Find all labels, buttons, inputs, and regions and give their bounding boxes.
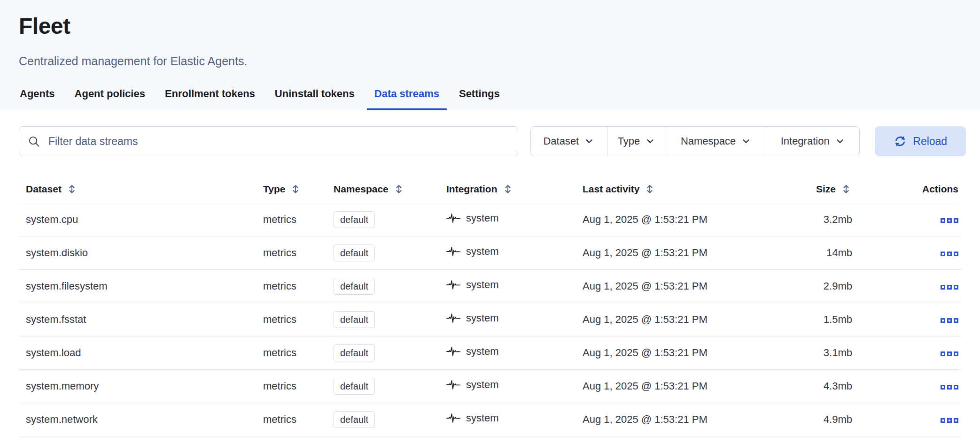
dataset-cell: system.diskio bbox=[19, 236, 256, 269]
sort-icon bbox=[66, 183, 78, 195]
type-cell: metrics bbox=[256, 403, 327, 436]
row-actions-button[interactable] bbox=[941, 316, 958, 325]
last-activity-cell: Aug 1, 2025 @ 1:53:21 PM bbox=[576, 269, 766, 303]
chevron-down-icon bbox=[741, 136, 751, 146]
table-row: system.fsstat metrics default system Aug… bbox=[19, 303, 961, 336]
dataset-cell: system.filesystem bbox=[19, 269, 256, 303]
chevron-down-icon bbox=[584, 136, 594, 146]
refresh-icon bbox=[894, 135, 907, 148]
system-integration-icon bbox=[446, 211, 460, 225]
integration-cell: system bbox=[446, 211, 499, 225]
table-row: system.load metrics default system Aug 1… bbox=[19, 336, 961, 369]
last-activity-cell: Aug 1, 2025 @ 1:53:21 PM bbox=[576, 303, 766, 336]
column-header-integration[interactable]: Integration bbox=[446, 183, 514, 195]
dataset-cell: system.load bbox=[19, 336, 256, 369]
tab-agent-policies[interactable]: Agent policies bbox=[67, 87, 153, 110]
column-header-actions: Actions bbox=[922, 183, 958, 194]
search-input[interactable] bbox=[19, 126, 518, 156]
last-activity-cell: Aug 1, 2025 @ 1:53:21 PM bbox=[576, 403, 766, 436]
type-cell: metrics bbox=[256, 236, 327, 269]
integration-name: system bbox=[466, 212, 499, 224]
integration-name: system bbox=[466, 312, 499, 324]
system-integration-icon bbox=[446, 244, 460, 259]
last-activity-cell: Aug 1, 2025 @ 1:53:21 PM bbox=[576, 336, 766, 369]
column-header-dataset[interactable]: Dataset bbox=[26, 183, 78, 195]
namespace-badge: default bbox=[334, 311, 375, 328]
column-header-size[interactable]: Size bbox=[816, 183, 852, 195]
filter-dataset-button[interactable]: Dataset bbox=[531, 127, 607, 156]
integration-name: system bbox=[466, 412, 499, 424]
tab-bar: Agents Agent policies Enrollment tokens … bbox=[12, 87, 961, 110]
table-row: system.cpu metrics default system Aug 1,… bbox=[19, 203, 961, 236]
namespace-badge: default bbox=[334, 378, 375, 395]
datastreams-toolbar: Dataset Type Namespace Integration Reloa… bbox=[19, 126, 966, 156]
reload-button[interactable]: Reload bbox=[875, 126, 966, 156]
column-header-last-activity[interactable]: Last activity bbox=[583, 183, 656, 195]
dataset-cell: system.network bbox=[19, 403, 256, 436]
dataset-cell: system.cpu bbox=[19, 203, 256, 236]
filter-namespace-button[interactable]: Namespace bbox=[666, 127, 766, 156]
chevron-down-icon bbox=[835, 136, 845, 146]
table-header-row: Dataset Type Namespace Integration Last … bbox=[19, 176, 961, 203]
namespace-badge: default bbox=[334, 211, 375, 228]
row-actions-button[interactable] bbox=[941, 350, 958, 358]
fleet-page-header: Fleet Centralized management for Elastic… bbox=[0, 0, 980, 110]
search-box bbox=[19, 126, 518, 156]
size-cell: 3.2mb bbox=[766, 203, 855, 236]
integration-cell: system bbox=[446, 311, 499, 325]
size-cell: 4.3mb bbox=[766, 369, 855, 403]
sort-icon bbox=[840, 183, 852, 195]
system-integration-icon bbox=[446, 311, 460, 325]
row-actions-button[interactable] bbox=[941, 250, 958, 258]
system-integration-icon bbox=[446, 378, 460, 392]
filter-group: Dataset Type Namespace Integration bbox=[530, 126, 860, 156]
type-cell: metrics bbox=[256, 336, 327, 369]
size-cell: 2.9mb bbox=[766, 269, 855, 303]
filter-namespace-label: Namespace bbox=[681, 135, 736, 147]
integration-cell: system bbox=[446, 278, 499, 292]
column-header-namespace[interactable]: Namespace bbox=[334, 183, 405, 195]
integration-cell: system bbox=[446, 378, 499, 392]
sort-icon bbox=[393, 183, 405, 195]
sort-icon bbox=[644, 183, 656, 195]
search-icon bbox=[28, 135, 40, 148]
filter-dataset-label: Dataset bbox=[543, 135, 579, 147]
size-cell: 1.5mb bbox=[766, 303, 855, 336]
row-actions-button[interactable] bbox=[941, 416, 958, 425]
tab-data-streams[interactable]: Data streams bbox=[367, 87, 447, 110]
tab-enrollment-tokens[interactable]: Enrollment tokens bbox=[157, 87, 263, 110]
reload-label: Reload bbox=[913, 135, 947, 148]
table-row: system.diskio metrics default system Aug… bbox=[19, 236, 961, 269]
namespace-badge: default bbox=[334, 344, 375, 361]
tab-agents[interactable]: Agents bbox=[12, 87, 62, 110]
row-actions-button[interactable] bbox=[941, 216, 958, 225]
integration-cell: system bbox=[446, 344, 499, 359]
last-activity-cell: Aug 1, 2025 @ 1:53:21 PM bbox=[576, 203, 766, 236]
last-activity-cell: Aug 1, 2025 @ 1:53:21 PM bbox=[576, 236, 766, 269]
filter-type-button[interactable]: Type bbox=[607, 127, 666, 156]
datastreams-table: Dataset Type Namespace Integration Last … bbox=[19, 176, 961, 436]
filter-integration-label: Integration bbox=[781, 135, 830, 147]
type-cell: metrics bbox=[256, 303, 327, 336]
column-header-type[interactable]: Type bbox=[263, 183, 302, 195]
page-subtitle: Centralized management for Elastic Agent… bbox=[19, 53, 961, 69]
integration-cell: system bbox=[446, 411, 499, 425]
row-actions-button[interactable] bbox=[941, 283, 958, 291]
size-cell: 14mb bbox=[766, 236, 855, 269]
integration-name: system bbox=[466, 345, 499, 358]
integration-name: system bbox=[466, 279, 499, 291]
tab-settings[interactable]: Settings bbox=[451, 87, 507, 110]
dataset-cell: system.fsstat bbox=[19, 303, 256, 336]
tab-uninstall-tokens[interactable]: Uninstall tokens bbox=[267, 87, 362, 110]
system-integration-icon bbox=[446, 344, 460, 359]
type-cell: metrics bbox=[256, 203, 327, 236]
namespace-badge: default bbox=[334, 244, 375, 261]
filter-integration-button[interactable]: Integration bbox=[766, 127, 860, 156]
row-actions-button[interactable] bbox=[941, 383, 958, 391]
size-cell: 4.9mb bbox=[766, 403, 855, 436]
namespace-badge: default bbox=[334, 411, 375, 428]
chevron-down-icon bbox=[645, 136, 655, 146]
type-cell: metrics bbox=[256, 269, 327, 303]
type-cell: metrics bbox=[256, 369, 327, 403]
system-integration-icon bbox=[446, 411, 460, 425]
